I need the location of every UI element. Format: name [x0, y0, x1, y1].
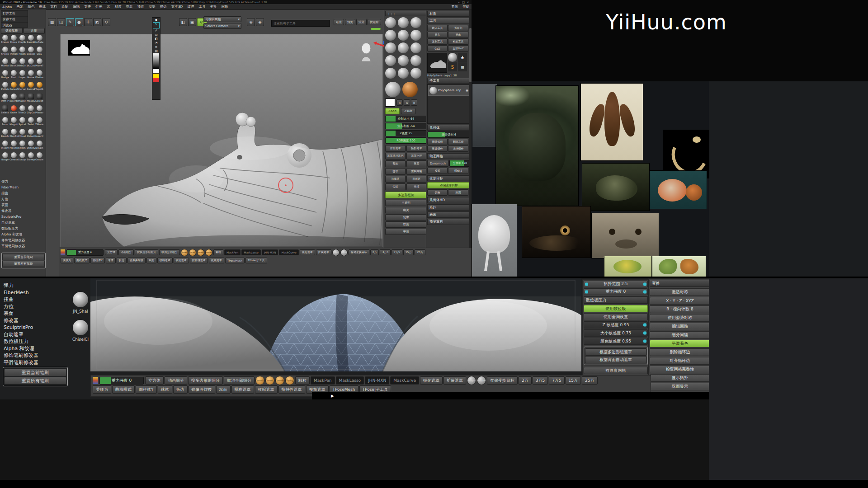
shelf-button[interactable]: MaskLasso: [336, 376, 364, 385]
shelf-button[interactable]: 25万: [415, 249, 425, 255]
brush-gradient-icon[interactable]: [61, 249, 65, 255]
brush-thumbnail[interactable]: MaskPen: [18, 94, 26, 105]
render-button[interactable]: 预览: [345, 19, 355, 25]
transform-header[interactable]: 变换: [650, 280, 710, 287]
brush-palette-item[interactable]: 弹力: [0, 178, 45, 184]
matcap-thumbnail[interactable]: [410, 55, 421, 66]
tablet-row[interactable]: 颜色敏感度 0.95: [584, 338, 648, 345]
option-button[interactable]: 提取: [385, 168, 406, 175]
brush-thumbnail[interactable]: Spiral: [18, 117, 26, 129]
render-button[interactable]: 渲染: [356, 19, 367, 25]
texture-preview-sphere[interactable]: [402, 82, 418, 97]
geometry-button[interactable]: 冻结细分: [448, 145, 468, 152]
matcap-thumbnail[interactable]: [385, 55, 396, 66]
shelf-button[interactable]: 颗粒: [213, 249, 223, 255]
tool-file-button[interactable]: GoZ: [427, 45, 448, 52]
shelf-button[interactable]: 镜像并焊接: [189, 385, 215, 394]
brush-thumbnail[interactable]: SnakeHook: [27, 47, 35, 58]
shelf-button[interactable]: 模糊遮罩: [231, 385, 254, 394]
brush-palette-item[interactable]: 扭曲: [0, 190, 45, 196]
brush-palette-item[interactable]: 弹力: [4, 282, 71, 289]
shelf-button[interactable]: CurveSr: [255, 376, 264, 385]
transform-row[interactable]: 双面显示: [650, 383, 710, 390]
matcap-thumbnail[interactable]: [398, 68, 409, 79]
brush-thumbnail[interactable]: CurveTube: [9, 82, 18, 94]
transform-row[interactable]: 对齐循环边: [650, 357, 710, 365]
brush-thumbnail[interactable]: DragRect: [35, 141, 43, 152]
menu-item[interactable]: 描边: [158, 5, 169, 9]
brush-thumbnail[interactable]: TrimCurve: [18, 105, 26, 117]
tool-file-button[interactable]: 全部GoZ: [448, 45, 468, 52]
scale-icon[interactable]: ◩: [93, 18, 101, 26]
shelf-button[interactable]: 按特性遮罩: [278, 385, 305, 394]
shelf-button[interactable]: 7万5: [549, 376, 564, 385]
view-option-button[interactable]: 轮廓: [385, 214, 427, 221]
quick-access-item[interactable]: 打开工程: [1, 11, 28, 17]
cube-tool-icon[interactable]: ◼: [458, 62, 467, 71]
shelf-button[interactable]: MatchM: [477, 376, 486, 385]
brush-palette-item[interactable]: 修改器: [4, 317, 71, 324]
view-option-button[interactable]: 双面: [385, 221, 427, 228]
pointer-icon[interactable]: ◆: [155, 18, 157, 22]
brush-palette-item[interactable]: Alpha 和纹理: [0, 231, 45, 237]
brush-reset-button[interactable]: 重置当前笔刷: [4, 369, 66, 376]
brush-thumbnail[interactable]: ClayBuildup: [18, 35, 26, 47]
shelf-button[interactable]: 25万: [582, 376, 597, 385]
visibility-eye-icon[interactable]: ◉: [466, 89, 468, 92]
shelf-button[interactable]: 球体: [106, 258, 116, 263]
brush-palette-item[interactable]: 自动遮罩: [0, 220, 45, 225]
shelf-button[interactable]: Toplog: [205, 249, 212, 256]
brush-thumbnail[interactable]: Scrape: [18, 152, 26, 164]
brush-reset-button[interactable]: 重置所有笔刷: [2, 261, 45, 267]
draw-slider[interactable]: 绘制大小 64: [385, 116, 427, 122]
brush-thumbnail[interactable]: Slash2: [9, 58, 18, 70]
brush-thumbnail[interactable]: ChiselCr: [27, 129, 35, 141]
brush-thumbnail[interactable]: SelectLasso: [1, 105, 9, 117]
brush-thumbnail[interactable]: MoveTopo: [35, 58, 43, 70]
tool-file-button[interactable]: 复制工具: [427, 38, 448, 45]
zadd-button[interactable]: Zadd: [385, 108, 400, 114]
brush-tray-tab[interactable]: 选择笔刷: [1, 28, 23, 34]
thick-mesh-button[interactable]: 有厚度网格: [584, 367, 648, 374]
brush-gradient-icon[interactable]: [93, 377, 98, 384]
tablet-header[interactable]: 数位板压力: [584, 296, 648, 304]
menu-item[interactable]: 渲染: [146, 5, 158, 9]
color-swatch[interactable]: [385, 99, 395, 107]
menu-item[interactable]: 曲线: [37, 5, 48, 9]
option-button[interactable]: 位移: [385, 183, 406, 190]
brush-palette-item[interactable]: SculptrisPro: [4, 324, 71, 331]
shelf-button[interactable]: CurveBr: [275, 376, 284, 385]
brush-thumbnail[interactable]: Twist: [27, 117, 35, 129]
transform-row[interactable]: 激活对称: [650, 288, 710, 296]
render-button[interactable]: 抗锯齿: [368, 19, 381, 25]
brush-thumbnail[interactable]: CurveStrap: [18, 82, 26, 94]
brush-thumbnail[interactable]: Flatten: [35, 70, 43, 82]
search-input[interactable]: [271, 20, 330, 27]
shelf-button[interactable]: 15万: [566, 376, 581, 385]
pen-icon[interactable]: ✐: [155, 29, 158, 33]
brush-thumbnail[interactable]: MeshIns: [9, 141, 18, 152]
tool-palette-header[interactable]: 工具: [427, 18, 471, 24]
option-button[interactable]: 拓扑遮罩: [406, 145, 427, 152]
brush-thumbnail[interactable]: CurveBridge: [27, 82, 35, 94]
brush-thumbnail[interactable]: ClipCurve: [27, 105, 35, 117]
morph-option-button[interactable]: 应用: [448, 189, 468, 196]
shelf-button[interactable]: CurveLi: [189, 249, 196, 256]
brush-thumbnail[interactable]: Clay: [35, 47, 43, 58]
collapsed-section-header[interactable]: 拓扑: [427, 204, 471, 211]
brush-palette-item[interactable]: FiberMesh: [0, 184, 45, 190]
brush-thumbnail[interactable]: hPolish: [1, 47, 9, 58]
brush-thumbnail[interactable]: InsertCyl: [1, 141, 9, 152]
menu-item[interactable]: 颜色: [25, 5, 37, 9]
brush-thumbnail[interactable]: ClayPolish: [9, 129, 18, 141]
menu-item[interactable]: 文件: [82, 5, 93, 9]
transform-row[interactable]: 删除循环边: [650, 348, 710, 356]
shelf-button[interactable]: 曲线模式: [74, 258, 90, 263]
shelf-button[interactable]: 关联为: [93, 385, 111, 394]
shelf-button[interactable]: 7万5: [392, 249, 402, 255]
shelf-button[interactable]: 圆柱体Y: [136, 385, 157, 394]
brush-palette-item[interactable]: FiberMesh: [4, 289, 71, 296]
shelf-button[interactable]: 双面: [146, 258, 156, 263]
view-option-button[interactable]: 幽灵: [385, 207, 427, 213]
subtool-row[interactable]: PolySphere_copy1 ◉: [428, 85, 470, 96]
